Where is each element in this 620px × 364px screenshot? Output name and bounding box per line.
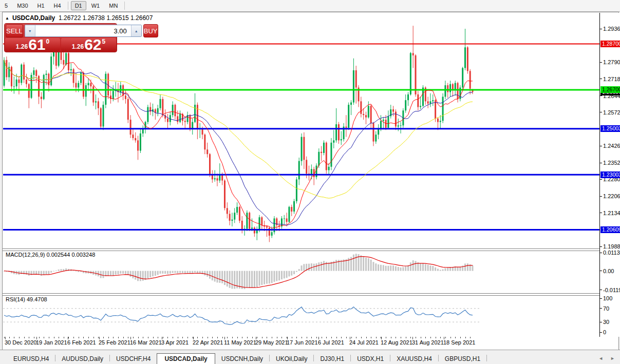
- pane-splitter-macd[interactable]: [3, 248, 599, 251]
- tab-usdcad-daily[interactable]: USDCAD,Daily: [157, 353, 215, 364]
- tab-audusd-daily[interactable]: AUDUSD,Daily: [55, 354, 109, 364]
- chart-title: ▲USDCAD,Daily 1.26722 1.26738 1.26515 1.…: [5, 14, 153, 22]
- axis-tick-label: 0.01135: [603, 250, 620, 256]
- tab-usdcnh-daily[interactable]: USDCNH,Daily: [215, 354, 269, 364]
- tab-gbpusd-h1[interactable]: GBPUSD,H1: [439, 354, 486, 364]
- time-minor-tick: [262, 337, 262, 338]
- time-minor-tick: [376, 337, 377, 338]
- time-minor-tick: [450, 337, 451, 338]
- axis-tick-mark: [600, 332, 602, 333]
- time-minor-tick: [247, 337, 248, 338]
- timeframe-button-H4[interactable]: H4: [50, 1, 65, 10]
- axis-tick-label: 0: [603, 329, 606, 335]
- time-minor-tick: [138, 337, 139, 338]
- scroll-left-icon[interactable]: ◄: [598, 356, 603, 361]
- time-minor-tick: [14, 337, 14, 338]
- sell-price-sup: 0: [46, 38, 50, 45]
- volume-increase-button[interactable]: ▲: [131, 25, 141, 36]
- time-minor-tick: [153, 337, 154, 338]
- time-minor-tick: [366, 337, 367, 338]
- buy-price-prefix: 1.26: [72, 43, 84, 50]
- time-minor-tick: [322, 337, 322, 338]
- axis-tick-label: 30: [603, 319, 609, 325]
- tab-usdx-h1[interactable]: USDX,H1: [351, 354, 390, 364]
- time-minor-tick: [73, 337, 74, 338]
- axis-tick-label: 100: [603, 295, 612, 301]
- time-minor-tick: [79, 337, 79, 338]
- toolbar-separator: [124, 2, 125, 10]
- timeframe-button-W1[interactable]: W1: [87, 1, 104, 10]
- tab-xauusd-h4[interactable]: XAUUSD,H4: [390, 354, 438, 364]
- rsi-header: RSI(14) 49.4708: [6, 296, 47, 302]
- axis-tick-label: 1.21340: [603, 210, 620, 216]
- tab-ukoil-daily[interactable]: UKOil,Daily: [270, 354, 313, 364]
- tab-dj30-h1[interactable]: DJ30,H1: [314, 354, 350, 364]
- time-minor-tick: [346, 337, 347, 338]
- hline-price-label: 1.28700: [600, 41, 620, 47]
- time-minor-tick: [307, 337, 307, 338]
- tab-usdchf-h4[interactable]: USDCHF,H4: [110, 354, 157, 364]
- timeframe-button-5[interactable]: 5: [1, 1, 12, 10]
- tab-separator: [486, 355, 487, 361]
- time-minor-tick: [416, 337, 416, 338]
- axis-tick-mark: [600, 298, 602, 299]
- axis-tick-label: 1.22060: [603, 193, 620, 199]
- buy-button[interactable]: BUY: [143, 24, 158, 37]
- buy-price-box[interactable]: 1.26 62 5: [61, 38, 116, 51]
- time-minor-tick: [361, 337, 362, 338]
- volume-input[interactable]: [35, 25, 131, 36]
- date-label: 6 Jul 2021: [318, 339, 344, 346]
- time-axis[interactable]: 30 Dec 202019 Jan 20216 Feb 202125 Feb 2…: [3, 337, 599, 349]
- axis-tick-label: -0.01190: [603, 287, 620, 293]
- axis-tick-mark: [600, 271, 602, 271]
- timeframe-button-H1[interactable]: H1: [33, 1, 49, 10]
- tab-eurusd-h4[interactable]: EURUSD,H4: [7, 354, 55, 364]
- axis-tick-mark: [600, 146, 602, 146]
- date-label: 3 Apr 2021: [161, 339, 189, 346]
- time-minor-tick: [232, 337, 233, 338]
- time-minor-tick: [425, 337, 426, 338]
- axis-tick-mark: [600, 196, 602, 197]
- volume-decrease-button[interactable]: ▼: [25, 25, 35, 36]
- pane-splitter-rsi[interactable]: [3, 293, 599, 296]
- axis-tick-label: 70: [603, 305, 609, 312]
- time-minor-tick: [351, 337, 352, 338]
- time-minor-tick: [296, 337, 297, 338]
- time-minor-tick: [212, 337, 213, 338]
- sell-price-big: 61: [28, 38, 45, 51]
- price-axis[interactable]: 1.293601.279001.271801.264401.257201.242…: [599, 13, 620, 337]
- sell-price-box[interactable]: 1.26 61 0: [5, 38, 60, 51]
- timeframe-button-MN[interactable]: MN: [105, 1, 122, 10]
- axis-tick-mark: [600, 29, 602, 29]
- axis-tick-label: 1.27180: [603, 76, 620, 82]
- axis-tick-mark: [600, 62, 602, 63]
- time-minor-tick: [396, 337, 396, 338]
- axis-tick-label: 1.27900: [603, 59, 620, 65]
- time-minor-tick: [272, 337, 272, 338]
- axis-tick-label: 0.00: [603, 268, 614, 274]
- date-label: 24 Jul 2021: [349, 339, 379, 346]
- timeframe-button-D1[interactable]: D1: [71, 1, 86, 10]
- time-minor-tick: [470, 337, 471, 338]
- collapse-panel-icon[interactable]: ▲: [5, 16, 9, 21]
- time-minor-tick: [430, 337, 431, 338]
- time-minor-tick: [83, 337, 84, 338]
- hline-price-label: 1.26700: [600, 86, 620, 93]
- time-minor-tick: [421, 337, 421, 338]
- hline-price-label: 1.23003: [600, 171, 620, 178]
- time-minor-tick: [182, 337, 183, 338]
- scroll-right-icon[interactable]: ►: [610, 356, 615, 361]
- trading-platform-window: 5M30H1H4D1W1MN ▲USDCAD,Daily 1.26722 1.2…: [0, 0, 620, 364]
- time-minor-tick: [316, 337, 317, 338]
- date-label: 16 Mar 2021: [130, 339, 162, 346]
- axis-tick-label: 1.19880: [603, 243, 620, 250]
- axis-tick-label: 1.23520: [603, 160, 620, 166]
- buy-price-big: 62: [84, 38, 101, 51]
- time-minor-tick: [9, 337, 10, 338]
- timeframe-button-M30[interactable]: M30: [13, 1, 32, 10]
- sell-button[interactable]: SELL: [6, 24, 23, 37]
- time-minor-tick: [401, 337, 401, 338]
- time-minor-tick: [123, 337, 124, 338]
- time-minor-tick: [118, 337, 119, 338]
- rsi-indicator-chart[interactable]: [3, 295, 599, 336]
